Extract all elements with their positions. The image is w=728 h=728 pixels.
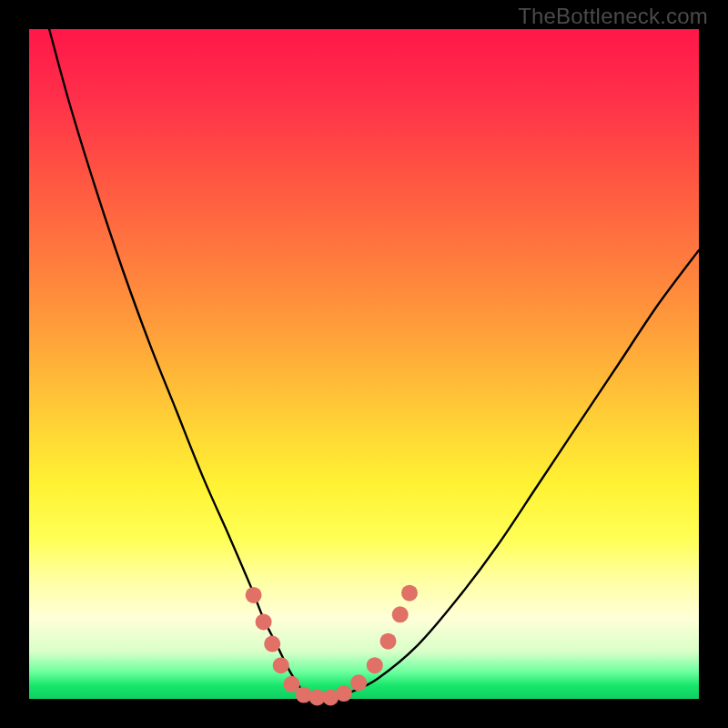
curve-marker — [264, 636, 280, 652]
curve-marker — [392, 606, 409, 622]
curve-markers — [246, 585, 418, 706]
curve-marker — [401, 585, 418, 602]
chart-frame: TheBottleneck.com — [0, 0, 728, 728]
curve-layer — [29, 29, 699, 699]
bottleneck-curve — [49, 29, 699, 700]
curve-marker — [273, 657, 289, 673]
watermark-label: TheBottleneck.com — [518, 4, 708, 29]
curve-marker — [367, 657, 383, 673]
curve-marker — [350, 674, 367, 691]
curve-marker — [380, 633, 397, 650]
curve-marker — [336, 685, 352, 702]
curve-marker — [256, 613, 272, 630]
curve-marker — [246, 587, 262, 603]
